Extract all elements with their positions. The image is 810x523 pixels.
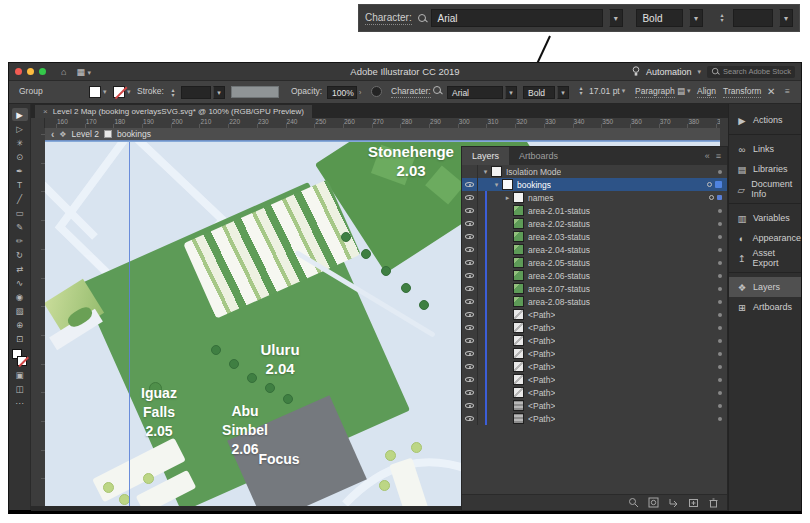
sidebar-item-document-info[interactable]: ▱Document Info — [729, 179, 801, 199]
visibility-toggle[interactable] — [462, 256, 478, 269]
locate-object-icon[interactable] — [628, 497, 639, 508]
layer-name[interactable]: <Path> — [528, 349, 555, 359]
chevron-down-icon[interactable]: ▾ — [689, 9, 703, 27]
target-indicator[interactable] — [718, 300, 722, 304]
sidebar-item-artboards[interactable]: ⊞Artboards — [729, 297, 801, 317]
disclosure-triangle-icon[interactable]: ▾ — [481, 168, 490, 176]
document-tab[interactable]: × Level 2 Map (booking overlaysSVG.svg* … — [35, 105, 312, 118]
screen-mode-icon[interactable]: ◫ — [12, 382, 28, 395]
delete-layer-icon[interactable] — [708, 497, 719, 508]
layer-thumbnail[interactable] — [513, 335, 524, 346]
type-tool[interactable]: T — [12, 178, 28, 191]
drawing-mode-icon[interactable]: ▣ — [12, 368, 28, 381]
target-indicator[interactable] — [718, 209, 722, 213]
font-family-field[interactable]: Arial — [447, 86, 503, 99]
exit-isolation-back-icon[interactable]: ‹ — [51, 130, 54, 139]
paragraph-panel-label[interactable]: Paragraph — [635, 86, 675, 98]
layer-name[interactable]: area-2.04-status — [528, 245, 590, 255]
paintbrush-tool[interactable]: ✎ — [12, 220, 28, 233]
target-indicator[interactable] — [718, 417, 722, 421]
rotate-tool[interactable]: ↻ — [12, 248, 28, 261]
visibility-toggle[interactable] — [462, 217, 478, 230]
layer-thumbnail[interactable] — [513, 218, 524, 229]
layer-name[interactable]: <Path> — [528, 401, 555, 411]
sidebar-item-asset-export[interactable]: ↥Asset Export — [729, 248, 801, 268]
visibility-toggle[interactable] — [462, 373, 478, 386]
layer-thumbnail[interactable] — [513, 192, 524, 203]
layer-thumbnail[interactable] — [513, 374, 524, 385]
layer-row[interactable]: ▾bookings — [462, 178, 727, 191]
layer-name[interactable]: area-2.03-status — [528, 232, 590, 242]
minimize-window-button[interactable] — [27, 68, 34, 75]
visibility-toggle[interactable] — [462, 334, 478, 347]
font-search-icon[interactable] — [418, 14, 426, 23]
target-indicator[interactable] — [718, 404, 722, 408]
font-size-stepper[interactable]: ▴▾ — [575, 86, 587, 96]
panel-menu-icon[interactable]: ≡ — [716, 151, 721, 161]
target-indicator[interactable] — [718, 274, 722, 278]
font-size-stepper[interactable]: ▴▾ — [717, 13, 727, 23]
transform-panel-label[interactable]: Transform — [723, 86, 761, 98]
target-indicator[interactable] — [718, 170, 722, 174]
rectangle-tool[interactable]: ▭ — [12, 206, 28, 219]
label-stonehenge[interactable]: Stonehenge 2.03 — [341, 142, 481, 180]
layer-row[interactable]: area-2.06-status — [462, 269, 727, 282]
tab-artboards[interactable]: Artboards — [509, 147, 568, 165]
layer-name[interactable]: <Path> — [528, 362, 555, 372]
layer-thumbnail[interactable] — [513, 257, 524, 268]
selection-tool[interactable]: ▶ — [12, 108, 28, 121]
disclosure-triangle-icon[interactable]: ▾ — [492, 181, 501, 189]
label-uluru[interactable]: Uluru 2.04 — [230, 340, 330, 378]
target-indicator[interactable] — [718, 391, 722, 395]
target-indicator[interactable] — [718, 352, 722, 356]
home-icon[interactable]: ⌂ — [61, 67, 66, 77]
magic-wand-tool[interactable]: ✳ — [12, 136, 28, 149]
layer-thumbnail[interactable] — [491, 166, 502, 177]
isolation-current-label[interactable]: bookings — [117, 129, 151, 139]
stroke-weight-field[interactable] — [181, 86, 211, 99]
close-tab-icon[interactable]: × — [43, 107, 48, 116]
layer-thumbnail[interactable] — [513, 361, 524, 372]
gradient-tool[interactable]: ⊕ — [12, 318, 28, 331]
visibility-toggle[interactable] — [462, 386, 478, 399]
font-style-field[interactable]: Bold — [523, 86, 555, 99]
visibility-toggle[interactable] — [462, 243, 478, 256]
layer-row[interactable]: <Path> — [462, 373, 727, 386]
more-options-icon[interactable]: › — [359, 89, 361, 96]
target-indicator[interactable] — [718, 248, 722, 252]
layer-row[interactable]: <Path> — [462, 399, 727, 412]
eyedropper-tool[interactable]: ⊡ — [12, 332, 28, 345]
scale-tool[interactable]: ⇄ — [12, 262, 28, 275]
layer-thumbnail[interactable] — [513, 387, 524, 398]
layer-name[interactable]: <Path> — [528, 336, 555, 346]
sidebar-item-appearance[interactable]: ◐Appearance — [729, 228, 801, 248]
stroke-swatch[interactable] — [17, 356, 27, 366]
layer-thumbnail[interactable] — [513, 283, 524, 294]
close-window-button[interactable] — [15, 68, 22, 75]
vertical-guide[interactable] — [129, 142, 130, 506]
shape-builder-tool[interactable]: ◉ — [12, 290, 28, 303]
layer-name[interactable]: Isolation Mode — [506, 167, 561, 177]
layer-row[interactable]: <Path> — [462, 308, 727, 321]
panel-menu-icon[interactable]: ≡ — [785, 86, 790, 96]
character-panel-label[interactable]: Character: — [391, 86, 431, 98]
layer-thumbnail[interactable] — [513, 309, 524, 320]
vertical-ruler[interactable] — [31, 128, 45, 506]
chevron-down-icon[interactable]: ▾ — [609, 9, 623, 27]
chevron-down-icon[interactable]: ▾ — [622, 87, 626, 95]
layer-row[interactable]: area-2.01-status — [462, 204, 727, 217]
layer-name[interactable]: area-2.07-status — [528, 284, 590, 294]
layer-thumbnail[interactable] — [513, 244, 524, 255]
font-size-value[interactable]: 17.01 pt — [589, 86, 620, 96]
direct-selection-tool[interactable]: ▷ — [12, 122, 28, 135]
label-iguaz-falls[interactable]: Iguaz Falls 2.05 — [121, 384, 197, 441]
visibility-toggle[interactable] — [462, 308, 478, 321]
sidebar-item-layers[interactable]: ❖Layers — [729, 277, 801, 297]
chevron-down-icon[interactable]: ▾ — [127, 88, 131, 96]
arrange-documents-icon[interactable]: ▦ ▾ — [76, 67, 91, 77]
stroke-color-swatch[interactable] — [113, 86, 125, 98]
layer-name[interactable]: area-2.02-status — [528, 219, 590, 229]
target-indicator[interactable] — [718, 365, 722, 369]
layer-thumbnail[interactable] — [513, 322, 524, 333]
layer-name[interactable]: bookings — [517, 180, 551, 190]
